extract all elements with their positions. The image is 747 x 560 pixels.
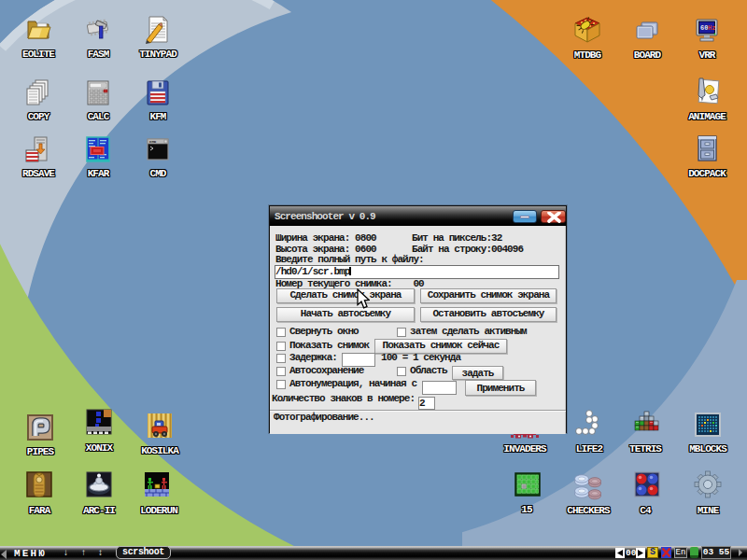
svg-text:Hz: Hz — [708, 24, 715, 32]
svg-text:CMD: CMD — [149, 140, 157, 144]
